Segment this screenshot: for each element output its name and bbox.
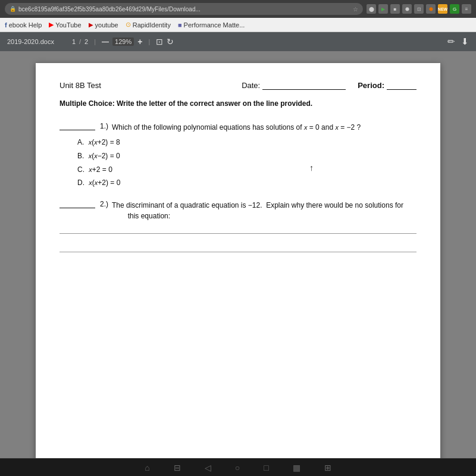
browser-chrome: 🔒 bce6c8195a9f6af35e2f5b395aa80db26e469d…: [0, 0, 476, 18]
address-bar[interactable]: 🔒 bce6c8195a9f6af35e2f5b395aa80db26e469d…: [5, 3, 363, 15]
rotate-icon[interactable]: ↻: [167, 37, 174, 46]
question-1: 1.) Which of the following polynomial eq…: [60, 122, 416, 188]
page-slash: /: [79, 38, 81, 45]
bookmark-label: Performance Matte...: [184, 21, 245, 29]
choice-1a: A. x(x+2) = 8: [77, 137, 416, 148]
taskbar: ⌂ ⊟ ◁ ○ □ ▦ ⊞: [0, 458, 476, 476]
choice-1b-text: x(x−2) = 0: [89, 152, 120, 160]
question-2-text: The discriminant of a quadratic equation…: [112, 200, 403, 221]
browser-btn-5[interactable]: ⊡: [414, 4, 424, 14]
pdf-filename: 2019-2020.docx: [7, 38, 54, 45]
taskbar-icon-1[interactable]: ⌂: [145, 463, 149, 472]
taskbar-icon-2[interactable]: ⊟: [174, 463, 181, 472]
date-field: Date:: [242, 81, 346, 90]
browser-icons: ⬤ ▶ ■ ⬣ ⊡ ⬢ NEW G ≡: [367, 4, 471, 14]
page-current: 1: [72, 38, 76, 45]
question-1-header: 1.) Which of the following polynomial eq…: [60, 122, 416, 133]
bookmark-label: ebook Help: [9, 21, 42, 29]
lock-icon: 🔒: [10, 6, 16, 12]
document-header: Unit 8B Test Date: Period:: [60, 81, 416, 90]
full-wrapper: 🔒 bce6c8195a9f6af35e2f5b395aa80db26e469d…: [0, 0, 476, 476]
browser-btn-3[interactable]: ■: [390, 4, 400, 14]
question-2-header: 2.) The discriminant of a quadratic equa…: [60, 200, 416, 221]
date-label: Date:: [242, 81, 260, 90]
youtube-icon: ▶: [49, 21, 54, 29]
bookmark-facebook-help[interactable]: f ebook Help: [5, 21, 42, 29]
document-area: Unit 8B Test Date: Period: ↑: [0, 51, 476, 476]
browser-btn-7[interactable]: G: [450, 4, 459, 14]
browser-btn-6[interactable]: ⬢: [426, 4, 436, 14]
choice-1a-text: x(x+2) = 8: [89, 138, 120, 146]
download-icon[interactable]: ⬇: [461, 36, 469, 47]
taskbar-icon-4[interactable]: ○: [235, 463, 240, 472]
browser-btn-4[interactable]: ⬣: [402, 4, 412, 14]
question-1-choices: A. x(x+2) = 8 B. x(x−2) = 0 C. x+2 = 0: [77, 137, 416, 188]
bookmark-performance[interactable]: ■ Performance Matte...: [178, 21, 245, 29]
question-1-text: Which of the following polynomial equati…: [112, 122, 361, 133]
star-icon[interactable]: ☆: [353, 6, 358, 12]
bookmarks-bar: f ebook Help ▶ YouTube ▶ youtube ⊙ Rapid…: [0, 18, 476, 32]
date-blank: [262, 82, 346, 90]
rapididentity-icon: ⊙: [126, 21, 131, 29]
youtube2-icon: ▶: [89, 21, 93, 28]
question-2: 2.) The discriminant of a quadratic equa…: [60, 200, 416, 221]
facebook-icon: f: [5, 21, 7, 29]
zoom-plus[interactable]: +: [137, 37, 142, 46]
browser-btn-1[interactable]: ⬤: [367, 4, 376, 14]
zoom-level[interactable]: 129%: [112, 37, 134, 46]
period-label: Period:: [358, 81, 384, 90]
period-field: Period:: [358, 81, 416, 90]
pdf-page-info: 1 / 2 | — 129% + | ⊡ ↻: [72, 37, 174, 46]
separator-2: |: [148, 38, 150, 45]
bookmark-label: youtube: [95, 21, 118, 29]
bookmark-rapididentity[interactable]: ⊙ RapidIdentity: [126, 21, 171, 29]
pdf-toolbar: 2019-2020.docx 1 / 2 | — 129% + | ⊡ ↻ ✏ …: [0, 32, 476, 51]
instructions-text: Multiple Choice: Write the letter of the…: [60, 99, 416, 110]
answer-line-2: [60, 252, 416, 252]
separator-1: |: [94, 38, 96, 45]
pdf-page: Unit 8B Test Date: Period: ↑: [36, 63, 440, 464]
edit-icon[interactable]: ✏: [447, 36, 455, 47]
page-total: 2: [84, 38, 88, 45]
date-period: Date: Period:: [242, 81, 416, 90]
question-1-number: 1.): [100, 122, 108, 130]
browser-btn-2[interactable]: ▶: [378, 4, 388, 14]
browser-btn-new[interactable]: NEW: [438, 4, 447, 14]
choice-1c-text: x+2 = 0: [89, 165, 112, 174]
bookmark-youtube[interactable]: ▶ YouTube: [49, 21, 81, 29]
bookmark-label: YouTube: [55, 21, 81, 29]
choice-1d-text: x(x+2) = 0: [89, 178, 120, 187]
pdf-right-actions: ✏ ⬇: [447, 36, 469, 47]
performance-icon: ■: [178, 21, 182, 29]
browser-btn-8[interactable]: ≡: [462, 4, 471, 14]
unit-title: Unit 8B Test: [60, 81, 101, 90]
zoom-minus[interactable]: —: [102, 37, 109, 46]
choice-1d: D. x(x+2) = 0: [77, 178, 416, 188]
address-text: bce6c8195a9f6af35e2f5b395aa80db26e469d29…: [18, 6, 201, 12]
main-content: Unit 8B Test Date: Period: ↑: [0, 51, 476, 476]
taskbar-icon-3[interactable]: ◁: [205, 463, 211, 472]
period-blank: [387, 82, 416, 90]
fit-page-icon[interactable]: ⊡: [156, 37, 163, 46]
choice-1c: C. x+2 = 0: [77, 165, 416, 175]
bookmark-youtube2[interactable]: ▶ youtube: [89, 21, 118, 29]
taskbar-icon-7[interactable]: ⊞: [324, 463, 331, 472]
answer-blank-2: [60, 200, 95, 208]
taskbar-icon-5[interactable]: □: [264, 463, 268, 472]
question-2-number: 2.): [100, 200, 108, 208]
bookmark-label: RapidIdentity: [133, 21, 171, 29]
answer-blank-1: [60, 122, 95, 130]
choice-1b: B. x(x−2) = 0: [77, 151, 416, 161]
taskbar-icon-6[interactable]: ▦: [293, 463, 300, 472]
answer-line-1: [60, 233, 416, 234]
